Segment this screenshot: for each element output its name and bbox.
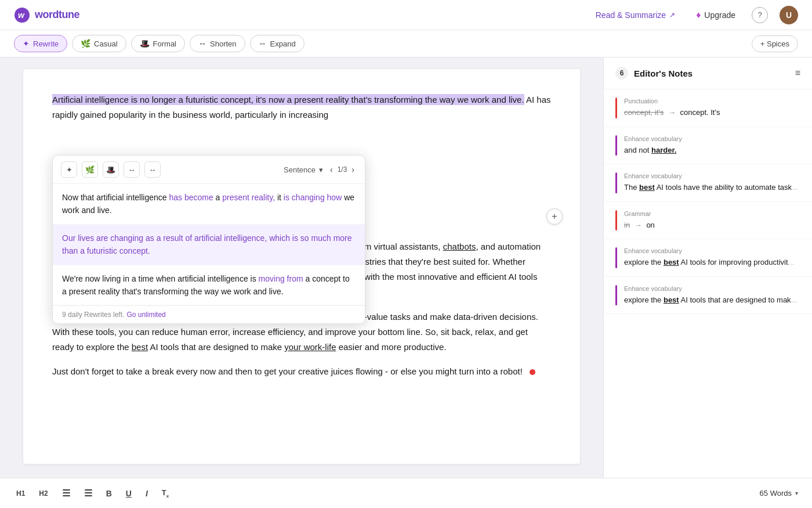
- ordered-list-icon: ☰: [84, 488, 92, 499]
- note-highlight: best: [664, 296, 679, 304]
- word-count[interactable]: 65 Words ▾: [760, 489, 798, 498]
- header-left: w wordtune: [14, 7, 79, 23]
- go-unlimited-link[interactable]: Go unlimited: [126, 311, 165, 319]
- note-type: Enhance vocabulary: [624, 285, 800, 292]
- h2-button[interactable]: H2: [37, 487, 50, 500]
- question-mark-icon: ?: [757, 10, 762, 19]
- ellipsis: ...: [792, 183, 798, 192]
- note-accent-purple: [615, 172, 617, 193]
- suggestion-item[interactable]: We're now living in a time when artifici…: [53, 265, 365, 306]
- note-accent-red: [615, 210, 617, 231]
- popup-nav: ‹ 1/3 ›: [328, 164, 357, 175]
- note-type: Enhance vocabulary: [624, 172, 800, 179]
- bold-label: B: [106, 489, 112, 498]
- note-accent-purple: [615, 135, 617, 156]
- note-content: Enhance vocabulary explore the best AI t…: [624, 247, 800, 268]
- note-item[interactable]: Grammar in → on: [604, 202, 812, 240]
- note-accent-purple: [615, 285, 617, 306]
- note-highlight: best: [664, 258, 679, 266]
- casual-label: Casual: [94, 39, 117, 48]
- editor-paper[interactable]: Artificial intelligence is no longer a f…: [23, 69, 580, 464]
- read-summarize-button[interactable]: Read & Summarize ↗: [591, 8, 680, 22]
- casual-icon: 🌿: [81, 39, 90, 48]
- daily-rewrites-text: 9 daily Rewrites left.: [62, 311, 124, 319]
- ellipsis: ...: [791, 296, 798, 304]
- rewrite-icon: ✦: [23, 39, 30, 48]
- formal-icon: 🎩: [140, 39, 150, 48]
- note-type: Enhance vocabulary: [624, 247, 800, 254]
- note-to: on: [646, 221, 654, 229]
- h1-button[interactable]: H1: [14, 487, 27, 500]
- avatar[interactable]: U: [780, 6, 798, 24]
- h1-label: H1: [16, 489, 25, 498]
- expand-popup-icon[interactable]: ↔: [144, 161, 161, 178]
- note-to: concept. It's: [680, 108, 720, 117]
- spices-button[interactable]: + Spices: [752, 35, 798, 52]
- bold-button[interactable]: B: [104, 487, 114, 500]
- first-paragraph: Artificial intelligence is no longer a f…: [52, 92, 551, 123]
- toolbar: ✦ Rewrite 🌿 Casual 🎩 Formal ↔ Shorten ↔ …: [0, 30, 812, 57]
- chatbots-link: chatbots: [443, 242, 476, 251]
- main: Artificial intelligence is no longer a f…: [0, 57, 812, 478]
- upgrade-button[interactable]: ♦ Upgrade: [691, 8, 740, 23]
- shorten-label: Shorten: [210, 39, 237, 48]
- note-item[interactable]: Enhance vocabulary The best AI tools hav…: [604, 164, 812, 202]
- rewrite-label: Rewrite: [33, 39, 59, 48]
- casual-button[interactable]: 🌿 Casual: [72, 35, 126, 52]
- ordered-list-button[interactable]: ☰: [82, 485, 95, 501]
- spices-label: + Spices: [760, 39, 789, 48]
- filter-icon[interactable]: ≡: [795, 68, 800, 78]
- note-item[interactable]: Enhance vocabulary explore the best AI t…: [604, 239, 812, 277]
- panel-header: 6 Editor's Notes ≡: [604, 57, 812, 89]
- underline-button[interactable]: U: [124, 487, 134, 500]
- help-button[interactable]: ?: [752, 7, 768, 23]
- svg-text:w: w: [18, 10, 25, 20]
- h2-label: H2: [39, 489, 48, 498]
- sentence-label: Sentence: [284, 165, 316, 174]
- rewrite-popup: ✦ 🌿 🎩 ↔ ↔ Sentence ▾ ‹ 1/3 ›: [52, 155, 365, 324]
- note-text: explore the best AI tools for improving …: [624, 257, 800, 268]
- unordered-list-button[interactable]: ☰: [60, 485, 72, 501]
- upgrade-label: Upgrade: [704, 10, 735, 20]
- body-paragraph-3: Just don't forget to take a break every …: [52, 364, 551, 379]
- shorten-icon: ↔: [198, 39, 206, 48]
- expand-button[interactable]: ↔ Expand: [250, 35, 304, 52]
- chevron-down-icon: ▾: [319, 165, 323, 174]
- suggestion-text: We're now living in a time when artifici…: [62, 274, 350, 296]
- note-content: Enhance vocabulary explore the best AI t…: [624, 285, 800, 306]
- shorten-popup-icon[interactable]: ↔: [124, 161, 140, 178]
- work-life-link: your work-life: [284, 342, 336, 352]
- rewrite-popup-icon[interactable]: ✦: [61, 161, 77, 178]
- formal-button[interactable]: 🎩 Formal: [131, 35, 185, 52]
- sentence-select[interactable]: Sentence ▾: [284, 165, 323, 174]
- header: w wordtune Read & Summarize ↗ ♦ Upgrade …: [0, 0, 812, 30]
- formal-popup-icon[interactable]: 🎩: [103, 161, 119, 178]
- expand-label: Expand: [270, 39, 296, 48]
- next-suggestion-button[interactable]: ›: [349, 164, 357, 175]
- expand-icon: ↔: [259, 39, 267, 48]
- italic-button[interactable]: I: [143, 487, 150, 500]
- list-icon: ☰: [62, 488, 70, 499]
- clear-format-icon: Tx: [162, 488, 169, 499]
- panel-title: Editor's Notes: [634, 69, 693, 78]
- prev-suggestion-button[interactable]: ‹: [328, 164, 335, 175]
- suggestion-item[interactable]: Now that artificial intelligence has bec…: [53, 184, 365, 225]
- note-type: Enhance vocabulary: [624, 135, 800, 142]
- shorten-button[interactable]: ↔ Shorten: [190, 35, 245, 52]
- note-item[interactable]: Punctuation concept, it's → concept. It'…: [604, 89, 812, 127]
- rewrite-button[interactable]: ✦ Rewrite: [14, 35, 67, 52]
- plus-button[interactable]: +: [546, 208, 563, 225]
- casual-popup-icon[interactable]: 🌿: [82, 161, 98, 178]
- note-type: Grammar: [624, 210, 800, 217]
- header-right: Read & Summarize ↗ ♦ Upgrade ? U: [591, 6, 798, 24]
- ellipsis: ...: [788, 258, 795, 266]
- note-text: in → on: [624, 219, 800, 231]
- suggestion-item[interactable]: Our lives are changing as a result of ar…: [53, 225, 365, 265]
- popup-footer: 9 daily Rewrites left. Go unlimited: [53, 305, 365, 323]
- note-item[interactable]: Enhance vocabulary explore the best AI t…: [604, 277, 812, 315]
- note-highlight: best: [639, 183, 655, 192]
- note-accent-red: [615, 98, 617, 118]
- note-type: Punctuation: [624, 98, 800, 105]
- clear-format-button[interactable]: Tx: [160, 486, 171, 501]
- note-item[interactable]: Enhance vocabulary and not harder.: [604, 127, 812, 165]
